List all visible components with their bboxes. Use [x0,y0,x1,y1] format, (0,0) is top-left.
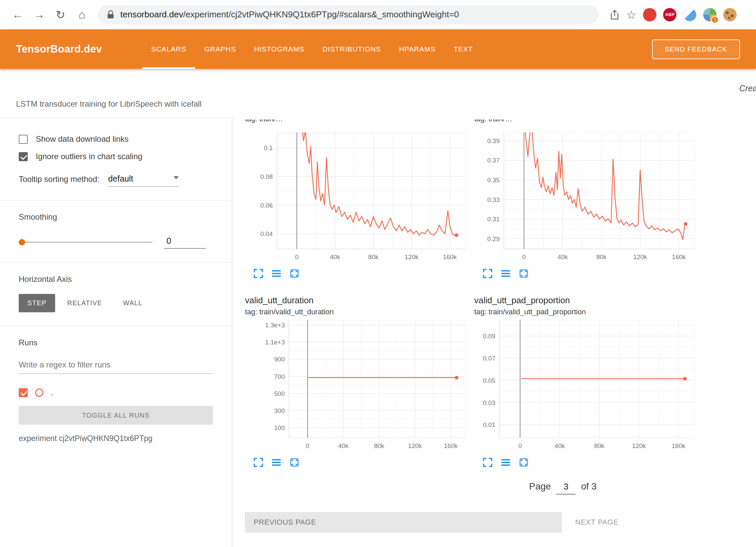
horizontal-axis-label: Horizontal Axis [19,275,213,284]
send-feedback-button[interactable]: SEND FEEDBACK [652,39,740,59]
extension-icon[interactable] [683,8,697,21]
y-tick-label: 0.31 [487,216,500,223]
slider-thumb[interactable] [19,239,25,245]
ignore-outliers-checkbox[interactable] [19,152,28,161]
y-tick-label: 0.07 [483,355,495,362]
x-tick-label: 0 [522,253,526,260]
smoothing-value-input[interactable] [164,235,206,249]
charts-grid: tag: train/… 040k80k120k160k0.040.060.08… [245,119,756,468]
chart-plot[interactable]: 040k80k120k160k0.290.310.330.350.370.39 [474,132,695,263]
x-tick-label: 40k [338,442,349,449]
created-text-clipped: Crea [739,84,756,93]
tab-distributions[interactable]: DISTRIBUTIONS [313,29,390,69]
fit-domain-icon[interactable] [518,268,530,279]
address-bar[interactable]: tensorboard.dev/experiment/cj2vtPiwQHKN9… [98,5,599,24]
back-icon[interactable]: ← [9,6,27,24]
expand-card-icon[interactable] [482,457,494,468]
chart-tag: tag: train/… [474,119,695,123]
tab-hparams[interactable]: HPARAMS [390,29,445,69]
show-download-links-label: Show data download links [36,134,129,144]
previous-page-button[interactable]: PREVIOUS PAGE [245,512,562,533]
page-number-input[interactable] [556,481,576,495]
x-tick-label: 80k [594,442,605,449]
tooltip-sorting-row: Tooltip sorting method: default [19,174,213,187]
x-tick-label: 0 [518,442,522,449]
reload-icon[interactable]: ↻ [51,6,70,24]
series-end-dot [455,376,459,379]
page-of-label: of 3 [581,481,597,492]
run-table-icon[interactable] [500,268,512,279]
x-tick-label: 40k [330,253,340,260]
home-icon[interactable]: ⌂ [73,6,91,24]
chart-plot[interactable]: 040k80k120k160k0.040.060.080.1 [245,132,466,263]
bookmark-star-icon[interactable]: ☆ [626,8,636,21]
axis-relative-button[interactable]: RELATIVE [58,294,111,312]
axis-wall-button[interactable]: WALL [114,294,151,312]
chart-svg: 040k80k120k160k1003005007009001.1e+31.3e… [245,320,466,452]
x-tick-label: 160k [672,442,686,449]
chart-actions [245,268,466,279]
tab-scalars[interactable]: SCALARS [142,29,195,69]
pager-buttons: PREVIOUS PAGE NEXT PAGE [245,512,756,533]
toggle-all-runs-button[interactable]: TOGGLE ALL RUNS [19,406,213,425]
experiment-title: LSTM transducer training for LibriSpeech… [16,99,202,109]
abp-extension-icon[interactable]: ABP [663,8,676,21]
expand-card-icon[interactable] [253,268,264,279]
tooltip-sorting-value: default [108,174,133,184]
chart-actions [474,268,695,279]
run-name: . [51,388,53,397]
y-tick-label: 0.37 [487,157,500,164]
next-page-button[interactable]: NEXT PAGE [575,518,618,527]
chart-plot[interactable]: 040k80k120k160k1003005007009001.1e+31.3e… [245,320,466,452]
ignore-outliers-row[interactable]: Ignore outliers in chart scaling [19,152,213,161]
chart-title: valid_utt_pad_proportion [474,295,695,306]
page-label: Page [529,481,551,492]
y-tick-label: 0.04 [260,230,273,237]
app-logo[interactable]: TensorBoard.dev [16,43,102,55]
toolbar-right: ☆ ABP 1 [610,8,737,21]
y-tick-label: 300 [274,407,285,414]
x-tick-label: 40k [557,253,568,260]
show-download-links-row[interactable]: Show data download links [19,134,213,144]
y-tick-label: 0.33 [487,196,500,203]
x-tick-label: 40k [554,442,565,449]
run-color-swatch [35,389,43,397]
tab-graphs[interactable]: GRAPHS [195,29,245,69]
y-tick-label: 1.1e+3 [265,339,285,346]
run-table-icon[interactable] [271,268,282,279]
run-table-icon[interactable] [271,457,282,468]
cookie-extension-icon[interactable] [723,8,737,21]
tooltip-sorting-dropdown[interactable]: default [108,174,179,187]
chart-plot[interactable]: 040k80k120k160k0.010.030.050.070.09 [474,320,695,452]
expand-card-icon[interactable] [253,457,264,468]
x-tick-label: 0 [295,253,299,260]
scalars-main: tag: train/… 040k80k120k160k0.040.060.08… [232,117,756,547]
y-tick-label: 0.05 [483,377,495,384]
chart-tag-clipped: tag: train/… [474,119,695,124]
show-download-links-checkbox[interactable] [19,135,28,144]
adblock-extension-icon[interactable] [643,8,656,21]
forward-icon[interactable]: → [30,6,48,24]
divider [0,200,232,200]
profile-avatar[interactable]: 1 [703,8,717,21]
ignore-outliers-label: Ignore outliers in chart scaling [36,152,142,161]
fit-domain-icon[interactable] [289,457,300,468]
page: ← → ↻ ⌂ tensorboard.dev/experiment/cj2vt… [0,0,756,547]
axis-step-button[interactable]: STEP [19,294,55,312]
run-checkbox[interactable] [19,388,28,397]
url-text: tensorboard.dev/experiment/cj2vtPiwQHKN9… [120,9,459,20]
chart-tag: tag: train/valid_utt_pad_proportion [474,307,695,317]
tab-histograms[interactable]: HISTOGRAMS [245,29,313,69]
smoothing-slider[interactable] [19,239,152,245]
fit-domain-icon[interactable] [289,268,300,279]
fit-domain-icon[interactable] [518,457,530,468]
smoothing-row [19,235,213,249]
runs-filter-input[interactable] [19,359,213,374]
run-table-icon[interactable] [500,457,512,468]
expand-card-icon[interactable] [482,268,494,279]
share-icon[interactable] [610,9,620,20]
subheader: Crea LSTM transducer training for LibriS… [0,69,756,117]
runs-label: Runs [19,338,213,347]
tab-text[interactable]: TEXT [445,29,482,69]
run-row[interactable]: . [19,388,213,397]
